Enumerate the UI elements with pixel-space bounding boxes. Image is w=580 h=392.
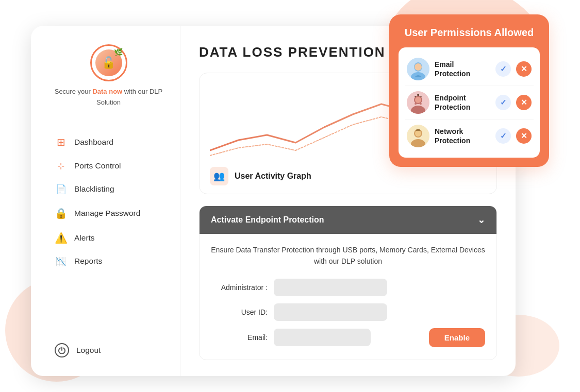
permissions-inner: EmailProtection ✓ ✕ EndpointProtection ✓… xyxy=(399,47,540,158)
sidebar-nav: ⊞ Dashboard ⊹ Ports Control 📄 Blacklisti… xyxy=(49,130,168,333)
graph-icon: 👥 xyxy=(210,167,228,185)
svg-rect-8 xyxy=(420,103,422,105)
alerts-icon: ⚠️ xyxy=(55,232,67,244)
sidebar-item-label-manage-password: Manage Password xyxy=(74,209,140,218)
blacklisting-icon: 📄 xyxy=(55,184,67,195)
avatar-endpoint xyxy=(407,91,429,114)
enable-button[interactable]: Enable xyxy=(429,328,485,347)
graph-footer: 👥 User Activity Graph xyxy=(210,167,486,185)
sidebar-item-label-alerts: Alerts xyxy=(74,233,95,243)
network-check-button[interactable]: ✓ xyxy=(495,128,511,144)
permission-row-network: NetworkProtection ✓ ✕ xyxy=(405,120,534,152)
graph-label: User Activity Graph xyxy=(235,172,311,181)
sidebar-item-alerts[interactable]: ⚠️ Alerts xyxy=(49,226,168,250)
sidebar-item-manage-password[interactable]: 🔒 Manage Password xyxy=(49,201,168,226)
lock-icon: 🔓 xyxy=(102,56,115,70)
permission-name-endpoint: EndpointProtection xyxy=(435,93,490,112)
form-row-userid: User ID: xyxy=(211,303,485,321)
permission-row-endpoint: EndpointProtection ✓ ✕ xyxy=(405,86,534,120)
accordion-description: Ensure Data Transfer Protection through … xyxy=(211,244,485,267)
permissions-card: User Permissions Allowed EmailProtection… xyxy=(389,14,549,167)
permission-name-network: NetworkProtection xyxy=(435,127,490,145)
userid-label: User ID: xyxy=(211,308,268,316)
tagline-highlight: Data now xyxy=(92,88,122,95)
endpoint-check-button[interactable]: ✓ xyxy=(495,95,511,110)
svg-point-6 xyxy=(415,97,421,103)
avatar-email xyxy=(407,58,429,80)
form-row-administrator: Administrator : xyxy=(211,279,485,296)
leaf-icon: 🌿 xyxy=(114,48,123,56)
email-input[interactable] xyxy=(274,329,371,346)
svg-point-12 xyxy=(415,130,421,137)
endpoint-x-button[interactable]: ✕ xyxy=(516,95,532,110)
tagline-prefix: Secure your xyxy=(55,88,93,95)
graph-icon-symbol: 👥 xyxy=(213,171,225,182)
sidebar-item-blacklisting[interactable]: 📄 Blacklisting xyxy=(49,178,168,201)
endpoint-accordion: Activate Endpoint Protection ⌄ Ensure Da… xyxy=(199,206,497,360)
userid-input[interactable] xyxy=(274,303,387,321)
sidebar-item-label-ports-control: Ports Control xyxy=(74,161,121,171)
network-x-button[interactable]: ✕ xyxy=(516,128,532,144)
permissions-title: User Permissions Allowed xyxy=(399,26,540,39)
accordion-title: Activate Endpoint Protection xyxy=(211,215,324,225)
sidebar-item-label-reports: Reports xyxy=(74,257,102,266)
logout-label: Logout xyxy=(76,346,101,355)
sidebar-item-ports-control[interactable]: ⊹ Ports Control xyxy=(49,155,168,178)
sidebar-item-label-dashboard: Dashboard xyxy=(74,138,113,147)
dashboard-icon: ⊞ xyxy=(55,136,67,148)
svg-point-3 xyxy=(415,63,422,71)
accordion-body: Ensure Data Transfer Protection through … xyxy=(200,234,496,360)
avatar-network xyxy=(407,125,429,147)
permission-name-email: EmailProtection xyxy=(435,60,490,78)
logo-circle: 🔓 🌿 xyxy=(90,44,127,81)
sidebar-item-reports[interactable]: 📉 Reports xyxy=(49,250,168,272)
email-label: Email: xyxy=(211,333,268,342)
manage-password-icon: 🔒 xyxy=(55,207,67,219)
sidebar-item-dashboard[interactable]: ⊞ Dashboard xyxy=(49,130,168,155)
email-check-button[interactable]: ✓ xyxy=(495,61,511,77)
accordion-chevron-icon: ⌄ xyxy=(477,214,485,226)
svg-rect-7 xyxy=(415,103,417,105)
sidebar-logo: 🔓 🌿 Secure your Data now with our DLP So… xyxy=(49,44,168,108)
permission-row-email: EmailProtection ✓ ✕ xyxy=(405,53,534,86)
administrator-label: Administrator : xyxy=(211,283,268,292)
sidebar-item-label-blacklisting: Blacklisting xyxy=(74,184,114,194)
logout-icon xyxy=(55,343,69,357)
accordion-header[interactable]: Activate Endpoint Protection ⌄ xyxy=(200,206,496,234)
form-row-email: Email: Enable xyxy=(211,328,485,347)
ports-control-icon: ⊹ xyxy=(55,161,67,172)
sidebar-tagline: Secure your Data now with our DLP Soluti… xyxy=(49,87,168,108)
administrator-input[interactable] xyxy=(274,279,387,296)
reports-icon: 📉 xyxy=(55,257,67,266)
sidebar: 🔓 🌿 Secure your Data now with our DLP So… xyxy=(31,26,180,376)
logout-button[interactable]: Logout xyxy=(49,337,168,364)
email-x-button[interactable]: ✕ xyxy=(516,61,532,77)
